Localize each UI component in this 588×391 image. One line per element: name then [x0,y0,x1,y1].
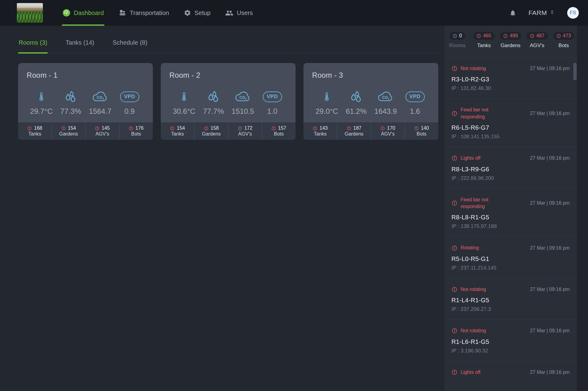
alert-status: Lights off [451,369,481,376]
alert-list-item[interactable]: Not rotating 27 Mar | 09:16 pm R1-L6-R1-… [444,319,577,361]
alert-device-id: R5-L0-R5-G1 [451,255,570,263]
nav-item-users[interactable]: Users [224,0,253,26]
stat-agvs: 170 AGV's [371,122,405,140]
notifications-bell-icon[interactable] [509,9,516,17]
user-avatar[interactable]: FS [567,7,579,19]
alert-list-item[interactable]: Feed bar not responding 27 Mar | 09:16 p… [444,99,577,147]
alert-ip-address: IP : 237.11.214.145 [451,265,570,271]
metric-co2: CO2 1643.9 [371,90,400,116]
alert-list-item[interactable]: Not rotating 27 Mar | 09:16 pm R1-L4-R1-… [444,278,577,319]
nav-item-dashboard[interactable]: Dashboard [62,0,104,26]
room-stats-row: 143 Tanks 187 Gardens 170 AGV's 140 Bots [303,122,438,140]
room-card[interactable]: Room - 2 30.6°C 77.7% CO2 [161,63,296,140]
stat-gardens: 154 Gardens [51,122,85,140]
stat-value: 157 [278,125,286,131]
stat-label: Bots [274,131,284,137]
room-card[interactable]: Room - 1 29.7°C 77.3% CO2 [18,63,153,140]
dashboard-gauge-icon [62,9,70,17]
stat-label: AGV's [96,131,109,137]
alert-head: Feed bar not responding 27 Mar | 09:16 p… [451,196,570,210]
temperature-value: 30.6°C [173,107,195,116]
farm-logo[interactable] [17,3,43,23]
alert-ip-address: IP : 3.196.90.32 [451,348,570,354]
humidity-droplets-icon [64,90,77,103]
alert-device-id: R8-L3-R9-G6 [451,166,570,173]
stat-value: 154 [68,125,76,131]
alert-list-item[interactable]: Rotating 27 Mar | 09:16 pm R5-L0-R5-G1 I… [444,236,577,278]
alert-timestamp: 27 Mar | 09:16 pm [530,370,570,375]
alert-head: Not rotating 27 Mar | 09:16 pm [451,65,570,72]
summary-count-badge[interactable]: 499 [500,32,521,40]
summary-count-badge[interactable]: 473 [553,32,575,40]
stat-gardens: 158 Gardens [194,122,228,140]
temperature-value: 29.7°C [30,107,53,116]
farm-selector-dropdown[interactable]: FARM [529,9,555,17]
alerts-sidebar: 0 Rooms 465 Tanks 499 Gardens 487 AGV's … [444,26,577,391]
tab-tanks[interactable]: Tanks (14) [65,38,95,53]
metric-co2: CO2 1510.5 [228,90,258,116]
room-title: Room - 2 [169,71,287,80]
alert-head: Lights off 27 Mar | 09:16 pm [451,369,570,376]
info-icon [556,34,561,38]
alert-info-icon [451,200,458,206]
room-title: Room - 3 [312,71,430,80]
metric-co2: CO2 1564.7 [85,90,115,116]
alert-list-item[interactable]: Feed bar not responding 27 Mar | 09:16 p… [444,188,577,237]
metric-temperature: 29.7°C [27,90,56,116]
alert-list-item[interactable]: Not rotating 27 Mar | 09:16 pm R3-L0-R2-… [444,58,577,99]
stat-gardens: 187 Gardens [337,122,371,140]
alert-info-icon [451,286,458,292]
alert-timestamp: 27 Mar | 09:16 pm [530,155,570,161]
tab-schedule[interactable]: Schedule (8) [112,38,148,53]
vpd-value: 1.6 [410,107,420,116]
stat-tanks: 154 Tanks [161,122,194,140]
alert-list-item[interactable]: Lights off 27 Mar | 09:16 pm R8-L3-R9-G6… [444,147,577,188]
conveyor-icon [119,9,126,17]
info-icon [238,126,242,131]
metric-temperature: 29.0°C [312,90,341,116]
metric-humidity: 77.7% [199,90,228,116]
nav-item-setup[interactable]: Setup [183,0,211,26]
alert-device-id: R3-L0-R2-G3 [451,76,570,83]
room-metrics: 29.0°C 61.2% CO2 1643.9 VPD [312,90,430,116]
top-nav-bar: Dashboard Transportation Setup Users FAR… [0,0,588,26]
alerts-scrollbar-thumb[interactable] [573,63,577,80]
stat-bots: 176 Bots [119,122,153,140]
summary-count-badge[interactable]: 487 [526,32,548,40]
farm-selector-label: FARM [529,9,547,17]
stat-agvs: 172 AGV's [228,122,262,140]
alert-status-text: Lights off [461,155,481,162]
summary-count-badge[interactable]: 465 [473,32,495,40]
alert-info-icon [451,369,458,375]
metric-vpd: VPD 0.9 [115,90,144,116]
summary-count-badge[interactable]: 0 [449,32,465,40]
info-icon [453,34,457,38]
thermometer-icon [322,90,331,103]
co2-value: 1643.9 [374,107,397,116]
alert-device-id: R1-L6-R1-G5 [451,338,570,345]
thermometer-icon [37,90,46,103]
summary-item: 499 Gardens [497,32,524,57]
tab-rooms[interactable]: Rooms (3) [18,38,48,53]
alert-list-item[interactable]: Lights off 27 Mar | 09:16 pm [444,361,577,387]
info-icon [95,126,100,131]
vpd-badge: VPD [263,90,282,103]
stat-value: 187 [353,125,362,131]
room-cards-row: Room - 1 29.7°C 77.3% CO2 [18,63,444,140]
vpd-badge: VPD [405,90,425,103]
humidity-droplets-icon [349,90,363,103]
info-icon [503,34,508,38]
alert-head: Not rotating 27 Mar | 09:16 pm [451,286,570,293]
room-card[interactable]: Room - 3 29.0°C 61.2% CO2 [303,63,438,140]
room-card-top: Room - 3 29.0°C 61.2% CO2 [303,63,438,122]
nav-item-transportation[interactable]: Transportation [118,0,170,26]
alert-timestamp: 27 Mar | 09:16 pm [530,245,570,251]
humidity-value: 77.3% [60,107,81,116]
alert-head: Not rotating 27 Mar | 09:16 pm [451,327,570,334]
nav-menu: Dashboard Transportation Setup Users [62,0,254,26]
summary-item: 473 Bots [550,32,577,57]
vpd-badge: VPD [120,90,139,103]
alerts-summary-row: 0 Rooms 465 Tanks 499 Gardens 487 AGV's … [444,26,577,58]
stat-agvs: 145 AGV's [85,122,119,140]
stat-label: AGV's [238,131,252,137]
